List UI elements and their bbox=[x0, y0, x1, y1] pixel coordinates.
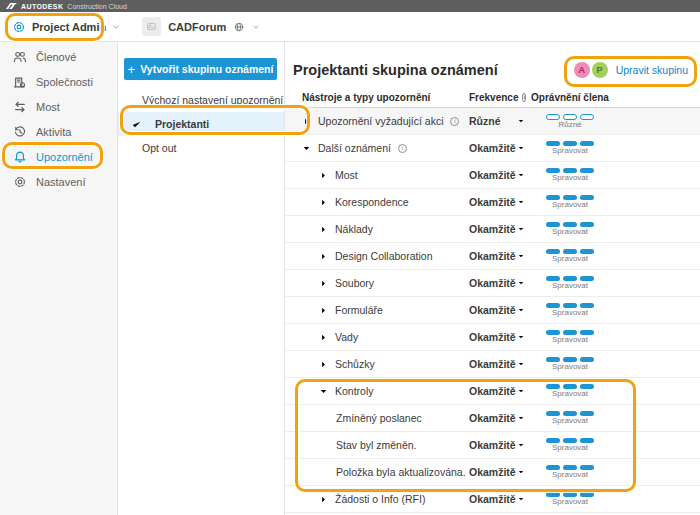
row-label: Design Collaboration bbox=[335, 250, 432, 262]
frequency-value: Okamžitě bbox=[469, 466, 516, 478]
table-header: Nástroje a typy upozornění Frekvence i O… bbox=[285, 88, 700, 108]
chevron-right-icon[interactable] bbox=[319, 225, 328, 234]
main-content: Projektanti skupina oznámení AP Upravit … bbox=[285, 42, 700, 515]
table-row: Položka byla aktualizována.OkamžitěSprav… bbox=[285, 459, 700, 486]
chevron-right-icon[interactable] bbox=[319, 198, 328, 207]
frequency-dropdown[interactable]: Okamžitě bbox=[469, 493, 525, 505]
frequency-dropdown[interactable]: Okamžitě bbox=[469, 358, 525, 370]
chevron-right-icon[interactable] bbox=[319, 171, 328, 180]
row-label: Náklady bbox=[335, 223, 373, 235]
row-label: Upozornění vyžadující akci bbox=[318, 115, 443, 127]
permission-cell[interactable]: Spravovat bbox=[525, 492, 615, 506]
activity-icon bbox=[13, 125, 27, 139]
permission-cell[interactable]: Spravovat bbox=[525, 195, 615, 209]
permission-label: Spravovat bbox=[525, 147, 615, 155]
permission-cell[interactable]: Spravovat bbox=[525, 411, 615, 425]
chevron-right-icon[interactable] bbox=[302, 117, 311, 126]
permission-label: Spravovat bbox=[525, 363, 615, 371]
chevron-right-icon[interactable] bbox=[319, 495, 328, 504]
info-icon: i bbox=[450, 117, 459, 126]
sidebar-item-notifications[interactable]: Upozornění bbox=[0, 144, 117, 169]
chevron-right-icon[interactable] bbox=[319, 333, 328, 342]
frequency-dropdown[interactable]: Okamžitě bbox=[469, 277, 525, 289]
caret-down-icon bbox=[517, 198, 525, 206]
project-name: CADForum bbox=[168, 21, 226, 33]
permission-cell[interactable]: Spravovat bbox=[525, 465, 615, 479]
chevron-down-icon[interactable] bbox=[302, 144, 311, 153]
body: ČlenovéSpolečnostiMostAktivitaUpozornění… bbox=[0, 42, 700, 515]
permission-cell[interactable]: Spravovat bbox=[525, 330, 615, 344]
member-avatars: AP bbox=[574, 62, 608, 78]
permission-cell[interactable]: Spravovat bbox=[525, 438, 615, 452]
frequency-dropdown[interactable]: Okamžitě bbox=[469, 331, 525, 343]
frequency-value: Okamžitě bbox=[469, 250, 516, 262]
avatar[interactable]: A bbox=[574, 62, 590, 78]
edit-group-link[interactable]: Upravit skupinu bbox=[616, 64, 688, 76]
permission-cell[interactable]: Spravovat bbox=[525, 249, 615, 263]
avatar[interactable]: P bbox=[592, 62, 608, 78]
sidebar-item-activity[interactable]: Aktivita bbox=[0, 119, 117, 144]
table-row: Další oznámeníiOkamžitěSpravovat bbox=[285, 135, 700, 162]
sidebar-item-bridge[interactable]: Most bbox=[0, 94, 117, 119]
frequency-value: Okamžitě bbox=[469, 439, 516, 451]
row-label: Další oznámení bbox=[318, 142, 391, 154]
permission-cell[interactable]: Spravovat bbox=[525, 384, 615, 398]
col-header-tools: Nástroje a typy upozornění bbox=[302, 92, 430, 103]
frequency-dropdown[interactable]: Okamžitě bbox=[469, 223, 525, 235]
permission-label: Spravovat bbox=[525, 201, 615, 209]
gear-icon bbox=[12, 20, 26, 34]
table-row: VadyOkamžitěSpravovat bbox=[285, 324, 700, 351]
permission-label: Spravovat bbox=[525, 471, 615, 479]
permission-cell[interactable]: Spravovat bbox=[525, 168, 615, 182]
sidebar-item-label: Společnosti bbox=[36, 76, 93, 88]
col-header-permission: Oprávnění člena bbox=[525, 92, 615, 103]
chevron-down-icon[interactable] bbox=[319, 387, 328, 396]
brand-name: AUTODESK bbox=[21, 3, 63, 10]
permission-cell[interactable]: Spravovat bbox=[525, 141, 615, 155]
permission-label: Spravovat bbox=[525, 174, 615, 182]
sidebar-item-members[interactable]: Členové bbox=[0, 44, 117, 69]
permission-cell[interactable]: Spravovat bbox=[525, 276, 615, 290]
frequency-dropdown[interactable]: Okamžitě bbox=[469, 196, 525, 208]
chevron-right-icon[interactable] bbox=[319, 306, 328, 315]
caret-down-icon bbox=[517, 252, 525, 260]
caret-down-icon bbox=[517, 495, 525, 503]
permission-cell[interactable]: Různé bbox=[525, 114, 615, 129]
frequency-dropdown[interactable]: Okamžitě bbox=[469, 439, 525, 451]
frequency-value: Okamžitě bbox=[469, 196, 516, 208]
group-item-default-settings[interactable]: Výchozí nastavení upozornění bbox=[118, 88, 284, 112]
companies-icon bbox=[13, 75, 27, 89]
frequency-dropdown[interactable]: Okamžitě bbox=[469, 250, 525, 262]
create-group-button[interactable]: + Vytvořit skupinu oznámení bbox=[124, 58, 277, 80]
sidebar: ČlenovéSpolečnostiMostAktivitaUpozornění… bbox=[0, 42, 118, 515]
create-group-label: Vytvořit skupinu oznámení bbox=[140, 63, 273, 75]
notification-groups-panel: + Vytvořit skupinu oznámení Výchozí nast… bbox=[118, 42, 285, 515]
group-item-projektanti[interactable]: Projektanti bbox=[118, 112, 284, 136]
frequency-dropdown[interactable]: Různé bbox=[469, 115, 525, 127]
chevron-right-icon[interactable] bbox=[319, 279, 328, 288]
permission-cell[interactable]: Spravovat bbox=[525, 222, 615, 236]
chevron-right-icon[interactable] bbox=[319, 360, 328, 369]
sidebar-item-settings[interactable]: Nastavení bbox=[0, 169, 117, 194]
frequency-dropdown[interactable]: Okamžitě bbox=[469, 412, 525, 424]
chevron-right-icon[interactable] bbox=[319, 252, 328, 261]
check-icon bbox=[131, 119, 142, 130]
module-switcher[interactable]: Project Admin bbox=[0, 12, 128, 41]
frequency-value: Okamžitě bbox=[469, 331, 516, 343]
frequency-dropdown[interactable]: Okamžitě bbox=[469, 142, 525, 154]
caret-down-icon bbox=[517, 279, 525, 287]
sidebar-item-companies[interactable]: Společnosti bbox=[0, 69, 117, 94]
frequency-value: Okamžitě bbox=[469, 412, 516, 424]
frequency-dropdown[interactable]: Okamžitě bbox=[469, 385, 525, 397]
product-name: Construction Cloud bbox=[67, 3, 127, 10]
permission-cell[interactable]: Spravovat bbox=[525, 357, 615, 371]
frequency-value: Různé bbox=[469, 115, 501, 127]
frequency-dropdown[interactable]: Okamžitě bbox=[469, 169, 525, 181]
row-label: Kontroly bbox=[335, 385, 374, 397]
permission-cell[interactable]: Spravovat bbox=[525, 303, 615, 317]
frequency-dropdown[interactable]: Okamžitě bbox=[469, 466, 525, 478]
frequency-dropdown[interactable]: Okamžitě bbox=[469, 304, 525, 316]
group-item-opt-out[interactable]: Opt out bbox=[118, 136, 284, 160]
project-switcher[interactable]: CADForum bbox=[142, 17, 260, 36]
table-row: SchůzkyOkamžitěSpravovat bbox=[285, 351, 700, 378]
